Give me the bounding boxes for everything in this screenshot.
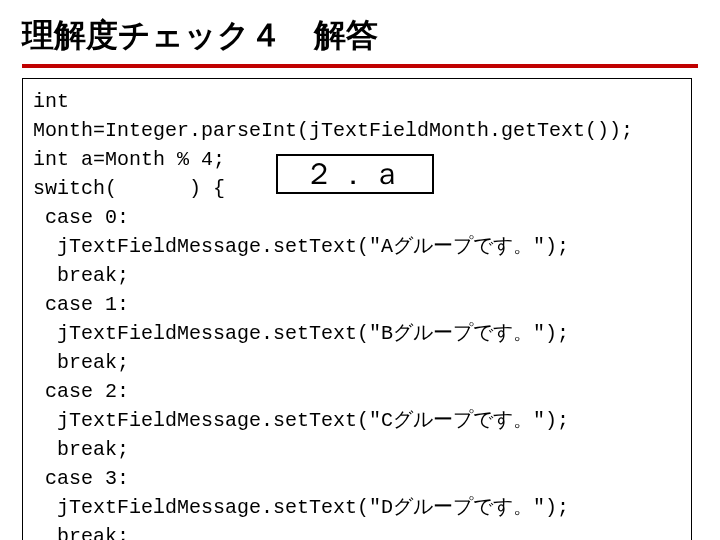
code-line-6: jTextFieldMessage.setText("Aグループです。"); xyxy=(33,232,681,261)
code-line-15: jTextFieldMessage.setText("Dグループです。"); xyxy=(33,493,681,522)
code-line-14: case 3: xyxy=(33,464,681,493)
code-line-1: int xyxy=(33,87,681,116)
answer-label: ２．ａ xyxy=(304,152,406,196)
code-block: int Month=Integer.parseInt(jTextFieldMon… xyxy=(22,78,692,540)
slide-title: 理解度チェック４ 解答 xyxy=(22,14,698,68)
code-line-7: break; xyxy=(33,261,681,290)
code-line-2: Month=Integer.parseInt(jTextFieldMonth.g… xyxy=(33,116,681,145)
code-line-12: jTextFieldMessage.setText("Cグループです。"); xyxy=(33,406,681,435)
code-line-8: case 1: xyxy=(33,290,681,319)
code-line-5: case 0: xyxy=(33,203,681,232)
slide: 理解度チェック４ 解答 int Month=Integer.parseInt(j… xyxy=(0,0,720,540)
code-line-13: break; xyxy=(33,435,681,464)
code-line-16: break; xyxy=(33,522,681,540)
answer-box: ２．ａ xyxy=(276,154,434,194)
code-line-11: case 2: xyxy=(33,377,681,406)
code-line-10: break; xyxy=(33,348,681,377)
code-line-9: jTextFieldMessage.setText("Bグループです。"); xyxy=(33,319,681,348)
